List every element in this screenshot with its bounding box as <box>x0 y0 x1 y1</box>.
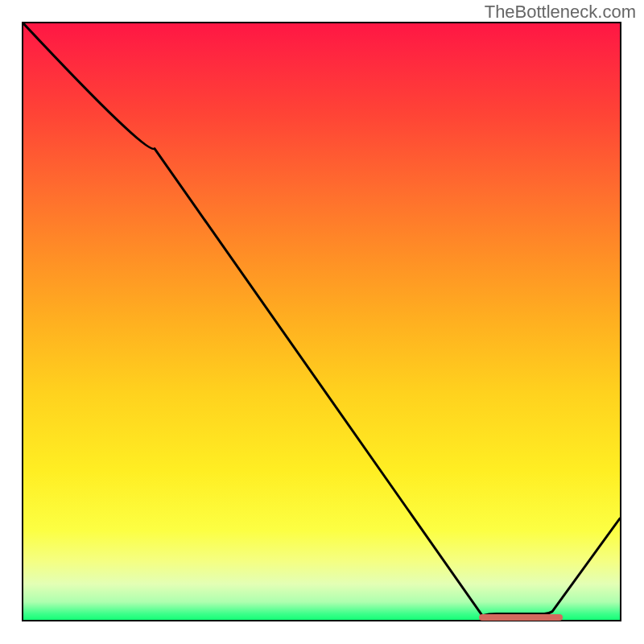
attribution-text: TheBottleneck.com <box>485 2 636 23</box>
chart-frame <box>22 22 621 621</box>
chart-curve <box>23 23 620 620</box>
optimal-range-marker <box>479 614 563 621</box>
